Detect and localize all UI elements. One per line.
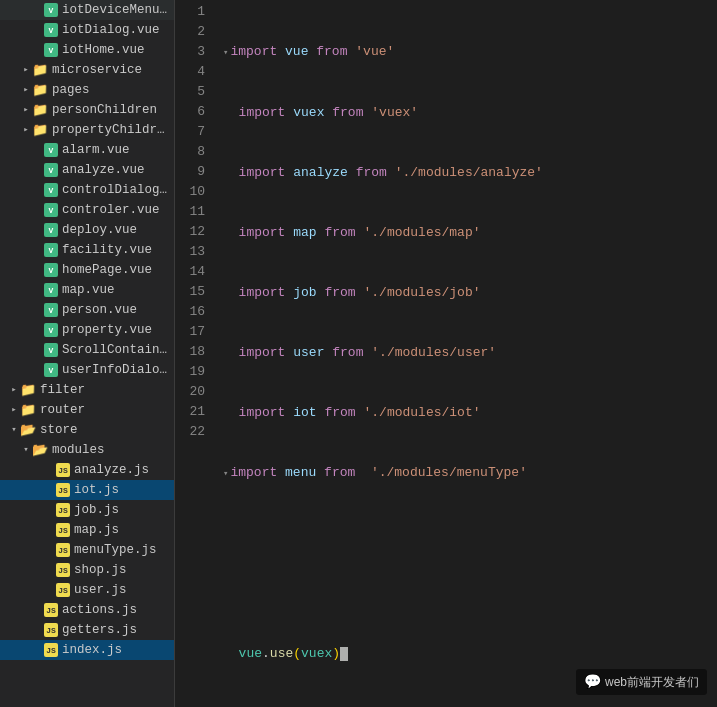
code-lines[interactable]: ▾import vue from 'vue' import vuex from … — [213, 0, 717, 707]
line-num: 22 — [175, 422, 205, 442]
item-label: map.vue — [62, 283, 115, 297]
no-arrow — [44, 484, 56, 496]
no-arrow — [44, 544, 56, 556]
item-label: modules — [52, 443, 105, 457]
tree-item-map-js[interactable]: JS map.js — [0, 520, 174, 540]
line-num: 13 — [175, 242, 205, 262]
item-label: property.vue — [62, 323, 152, 337]
tree-item-store[interactable]: 📂 store — [0, 420, 174, 440]
line-num: 21 — [175, 402, 205, 422]
tree-item-iotdevicemenu[interactable]: V iotDeviceMenu.vue — [0, 0, 174, 20]
tree-item-controldialog[interactable]: V controlDialog.vue — [0, 180, 174, 200]
file-tree[interactable]: V iotDeviceMenu.vue V iotDialog.vue V io… — [0, 0, 175, 707]
vue-file-icon: V — [44, 143, 58, 157]
line-numbers: 1 2 3 4 5 6 7 8 9 10 11 12 13 14 15 16 1… — [175, 0, 213, 707]
tree-item-map-vue[interactable]: V map.vue — [0, 280, 174, 300]
no-arrow — [32, 204, 44, 216]
folder-open-icon: 📂 — [20, 422, 36, 438]
no-arrow — [32, 324, 44, 336]
item-label: index.js — [62, 643, 122, 657]
vue-file-icon: V — [44, 203, 58, 217]
tree-item-iothome[interactable]: V iotHome.vue — [0, 40, 174, 60]
tree-item-analyze-js[interactable]: JS analyze.js — [0, 460, 174, 480]
item-label: facility.vue — [62, 243, 152, 257]
no-arrow — [32, 184, 44, 196]
item-label: propertyChildren — [52, 123, 170, 137]
folder-icon: 📁 — [32, 102, 48, 118]
code-line-4: import map from './modules/map' — [223, 223, 717, 243]
code-line-1: ▾import vue from 'vue' — [223, 42, 717, 63]
line-num: 9 — [175, 162, 205, 182]
line-num: 16 — [175, 302, 205, 322]
tree-item-iotdialog[interactable]: V iotDialog.vue — [0, 20, 174, 40]
js-file-icon: JS — [56, 523, 70, 537]
code-editor[interactable]: 1 2 3 4 5 6 7 8 9 10 11 12 13 14 15 16 1… — [175, 0, 717, 707]
folder-icon: 📁 — [20, 402, 36, 418]
tree-item-facility[interactable]: V facility.vue — [0, 240, 174, 260]
folder-arrow — [20, 124, 32, 136]
tree-item-userinfodialog[interactable]: V userInfoDialog.vue — [0, 360, 174, 380]
folder-arrow — [8, 384, 20, 396]
tree-item-modules[interactable]: 📂 modules — [0, 440, 174, 460]
item-label: ScrollContainer.vue — [62, 343, 170, 357]
vue-file-icon: V — [44, 303, 58, 317]
item-label: iotHome.vue — [62, 43, 145, 57]
item-label: menuType.js — [74, 543, 157, 557]
tree-item-router[interactable]: 📁 router — [0, 400, 174, 420]
code-line-2: import vuex from 'vuex' — [223, 103, 717, 123]
vue-file-icon: V — [44, 243, 58, 257]
js-file-icon: JS — [56, 563, 70, 577]
tree-item-homepage[interactable]: V homePage.vue — [0, 260, 174, 280]
js-file-icon: JS — [56, 543, 70, 557]
tree-item-controler[interactable]: V controler.vue — [0, 200, 174, 220]
item-label: shop.js — [74, 563, 127, 577]
tree-item-microservice[interactable]: 📁 microservice — [0, 60, 174, 80]
tree-item-actions-js[interactable]: JS actions.js — [0, 600, 174, 620]
tree-item-shop-js[interactable]: JS shop.js — [0, 560, 174, 580]
no-arrow — [44, 564, 56, 576]
no-arrow — [44, 504, 56, 516]
code-line-6: import user from './modules/user' — [223, 343, 717, 363]
watermark: 💬web前端开发者们 — [576, 669, 707, 695]
no-arrow — [32, 364, 44, 376]
no-arrow — [32, 224, 44, 236]
js-file-icon: JS — [56, 483, 70, 497]
tree-item-scrollcontainer[interactable]: V ScrollContainer.vue — [0, 340, 174, 360]
tree-item-job-js[interactable]: JS job.js — [0, 500, 174, 520]
folder-arrow — [20, 104, 32, 116]
tree-item-filter[interactable]: 📁 filter — [0, 380, 174, 400]
tree-item-index-js[interactable]: JS index.js — [0, 640, 174, 660]
tree-item-iot-js[interactable]: JS iot.js — [0, 480, 174, 500]
tree-item-analyze-vue[interactable]: V analyze.vue — [0, 160, 174, 180]
tree-item-personchildren[interactable]: 📁 personChildren — [0, 100, 174, 120]
folder-icon: 📁 — [32, 62, 48, 78]
item-label: iotDeviceMenu.vue — [62, 3, 170, 17]
no-arrow — [44, 584, 56, 596]
tree-item-property[interactable]: V property.vue — [0, 320, 174, 340]
no-arrow — [32, 604, 44, 616]
tree-item-deploy[interactable]: V deploy.vue — [0, 220, 174, 240]
no-arrow — [32, 284, 44, 296]
item-label: analyze.vue — [62, 163, 145, 177]
code-line-8: ▾import menu from './modules/menuType' — [223, 463, 717, 484]
no-arrow — [32, 144, 44, 156]
tree-item-user-js[interactable]: JS user.js — [0, 580, 174, 600]
folder-icon: 📁 — [20, 382, 36, 398]
item-label: pages — [52, 83, 90, 97]
tree-item-pages[interactable]: 📁 pages — [0, 80, 174, 100]
folder-icon: 📁 — [32, 122, 48, 138]
folder-arrow — [8, 404, 20, 416]
js-file-icon: JS — [56, 463, 70, 477]
vue-file-icon: V — [44, 23, 58, 37]
code-line-3: import analyze from './modules/analyze' — [223, 163, 717, 183]
line-num: 20 — [175, 382, 205, 402]
tree-item-menutype-js[interactable]: JS menuType.js — [0, 540, 174, 560]
tree-item-person[interactable]: V person.vue — [0, 300, 174, 320]
folder-arrow — [8, 424, 20, 436]
tree-item-getters-js[interactable]: JS getters.js — [0, 620, 174, 640]
vue-file-icon: V — [44, 283, 58, 297]
tree-item-propertychildren[interactable]: 📁 propertyChildren — [0, 120, 174, 140]
item-label: controlDialog.vue — [62, 183, 170, 197]
code-line-7: import iot from './modules/iot' — [223, 403, 717, 423]
tree-item-alarm[interactable]: V alarm.vue — [0, 140, 174, 160]
